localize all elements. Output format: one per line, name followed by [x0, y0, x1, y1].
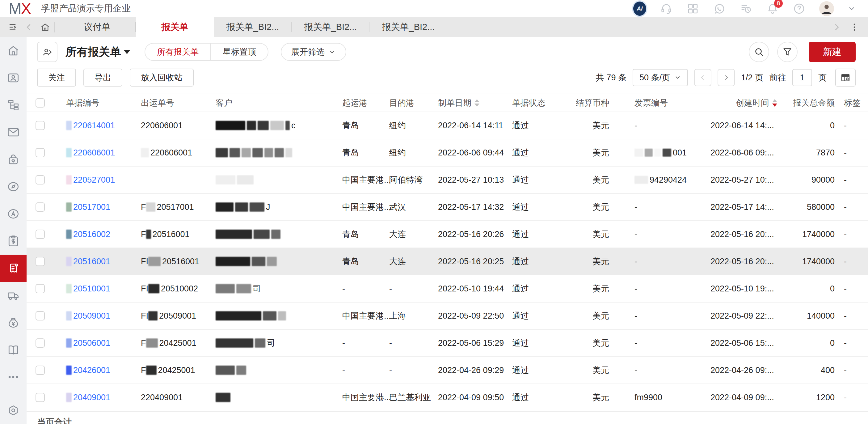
page-size-select[interactable]: 50 条/页: [632, 69, 688, 86]
table-row[interactable]: 220606001220606001青岛纽约2022-06-06 09:44通过…: [27, 140, 868, 166]
table-row[interactable]: 20510001FI20510002司--2022-05-10 19:44通过美…: [27, 275, 868, 303]
phone-bubble-icon[interactable]: [713, 2, 726, 15]
select-all-checkbox[interactable]: [35, 98, 45, 108]
doc-no-link[interactable]: 20506001: [73, 338, 110, 348]
doc-no-link[interactable]: 220527001: [73, 175, 115, 184]
table-row[interactable]: 20517001F20517001J中国主要港...武汉2022-05-17 1…: [27, 194, 868, 221]
table-row[interactable]: 20506001F20425001司--2022-05-06 15:29通过美元…: [27, 330, 868, 357]
cell-dest-port: 纽约: [379, 147, 416, 158]
sidebar-item-contacts[interactable]: [0, 64, 27, 91]
apps-grid-icon[interactable]: [686, 2, 699, 15]
doc-no-link[interactable]: 20426001: [73, 366, 110, 375]
home-tab-icon[interactable]: [38, 21, 52, 34]
row-checkbox[interactable]: [35, 121, 45, 130]
redacted-text-block: [242, 148, 251, 157]
view-segments: 所有报关单 星标置顶: [145, 43, 269, 61]
collapse-sidebar-icon[interactable]: [6, 21, 20, 34]
column-header: 起运港: [321, 97, 379, 109]
row-checkbox[interactable]: [35, 175, 45, 184]
table-row[interactable]: 220527001中国主要港...阿伯特湾2022-05-27 10:13通过美…: [27, 166, 868, 194]
column-settings-button[interactable]: [835, 69, 856, 87]
table-row[interactable]: 20509001FI20509001中国主要港...上海2022-05-09 2…: [27, 303, 868, 330]
tab-4[interactable]: 报关单_BI2...: [369, 17, 447, 37]
sidebar-item-more[interactable]: [0, 363, 27, 391]
doc-no-link[interactable]: 20517001: [73, 203, 110, 212]
sidebar-item-logistics[interactable]: [0, 282, 27, 309]
task-history-icon[interactable]: [740, 2, 752, 15]
row-checkbox[interactable]: [35, 148, 45, 157]
owner-filter-button[interactable]: [37, 42, 58, 62]
table-row[interactable]: 20409001220409001中国主要港...巴兰基利亚2022-04-09…: [27, 384, 868, 411]
sidebar-item-mail[interactable]: [0, 119, 27, 146]
row-checkbox[interactable]: [35, 230, 45, 239]
tabs-scroll-left-icon[interactable]: [22, 21, 36, 34]
sidebar-item-org-structure[interactable]: [0, 91, 27, 119]
filter-button[interactable]: [777, 42, 798, 62]
headset-icon[interactable]: [660, 2, 673, 15]
cell-doc-date: 2022-04-26 09:29: [416, 366, 491, 375]
help-icon[interactable]: [793, 2, 806, 15]
sort-carets-icon[interactable]: [772, 99, 777, 107]
column-header: 客户: [199, 97, 321, 109]
sidebar-item-compass[interactable]: [0, 173, 27, 200]
sidebar-item-ledger[interactable]: [0, 336, 27, 363]
tabs-more-menu-icon[interactable]: [847, 21, 861, 34]
mx-logo[interactable]: MX: [9, 0, 31, 18]
sidebar-item-product-bag[interactable]: [0, 146, 27, 173]
row-checkbox[interactable]: [35, 203, 45, 212]
sidebar-item-quotation[interactable]: [0, 228, 27, 255]
doc-no-link[interactable]: 220614001: [73, 121, 115, 130]
avatar[interactable]: [819, 1, 834, 16]
follow-button[interactable]: 关注: [37, 69, 76, 87]
sidebar-item-finance[interactable]: [0, 309, 27, 336]
search-icon: [753, 47, 765, 58]
row-checkbox[interactable]: [35, 284, 45, 293]
tabs-scroll-right-icon[interactable]: [830, 21, 843, 34]
sidebar-item-settings[interactable]: [0, 397, 27, 424]
sidebar-item-brand-a[interactable]: [0, 200, 27, 228]
row-checkbox[interactable]: [35, 366, 45, 375]
ai-assistant-icon[interactable]: AI: [633, 2, 646, 15]
row-checkbox[interactable]: [35, 338, 45, 348]
sort-carets-icon[interactable]: [474, 99, 479, 107]
user-menu-chevron-down-icon[interactable]: [847, 2, 856, 15]
tab-1[interactable]: 报关单: [136, 17, 214, 37]
tab-2[interactable]: 报关单_BI2...: [214, 17, 291, 37]
export-button[interactable]: 导出: [84, 69, 122, 87]
column-header[interactable]: 制单日期: [416, 97, 491, 109]
sidebar-item-home[interactable]: [0, 37, 27, 64]
doc-no-link[interactable]: 20409001: [73, 393, 110, 402]
prev-page-button[interactable]: [694, 69, 711, 86]
row-checkbox[interactable]: [35, 257, 45, 266]
expand-filter-toggle[interactable]: 展开筛选: [281, 43, 346, 61]
redacted-text-block: [267, 257, 277, 266]
row-checkbox[interactable]: [35, 311, 45, 321]
segment-all-declarations[interactable]: 所有报关单: [145, 43, 210, 60]
cell-tag: -: [838, 366, 868, 375]
tab-0[interactable]: 议付单: [58, 17, 136, 37]
redacted-text-block: [66, 393, 72, 402]
doc-no-link[interactable]: 220606001: [73, 148, 115, 157]
recycle-bin-button[interactable]: 放入回收站: [130, 69, 194, 87]
table-row[interactable]: 20426001F20425001--2022-04-26 09:29通过美元-…: [27, 357, 868, 384]
table-row[interactable]: 20516002F20516001青岛大连2022-05-16 20:26通过美…: [27, 221, 868, 248]
doc-no-link[interactable]: 20516001: [73, 257, 110, 266]
cell-status: 通过: [491, 337, 565, 349]
table-row[interactable]: 220614001220606001c青岛纽约2022-06-14 14:11通…: [27, 112, 868, 140]
doc-no-link[interactable]: 20510001: [73, 284, 110, 293]
create-new-button[interactable]: 新建: [809, 42, 856, 62]
sidebar-item-declaration[interactable]: [0, 255, 27, 282]
bell-icon[interactable]: 8: [766, 2, 779, 15]
goto-page-input[interactable]: [792, 69, 812, 86]
doc-no-link[interactable]: 20509001: [73, 311, 110, 321]
tab-3[interactable]: 报关单_BI2...: [291, 17, 369, 37]
view-title[interactable]: 所有报关单: [65, 44, 130, 60]
doc-no-link[interactable]: 20516002: [73, 230, 110, 239]
next-page-button[interactable]: [718, 69, 735, 86]
search-button[interactable]: [749, 42, 769, 62]
segment-starred[interactable]: 星标置顶: [210, 43, 268, 60]
table-row[interactable]: 20516001FI20516001青岛大连2022-05-16 20:25通过…: [27, 248, 868, 275]
row-checkbox[interactable]: [35, 393, 45, 402]
cell-doc-date: 2022-05-16 20:26: [416, 230, 491, 239]
column-header[interactable]: 创建时间: [709, 97, 778, 109]
